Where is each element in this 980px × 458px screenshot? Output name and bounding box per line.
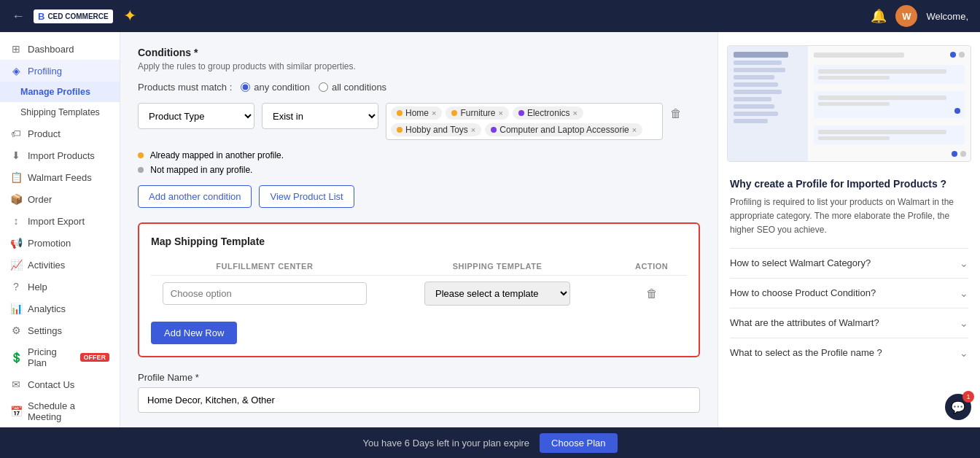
import-icon: ⬇: [10, 150, 22, 161]
shipping-template-select[interactable]: Please select a template: [424, 282, 570, 306]
tag-close-hobby[interactable]: ×: [471, 125, 475, 134]
tag-close-furniture[interactable]: ×: [498, 109, 502, 117]
shipping-row: Please select a template 🗑: [151, 276, 687, 312]
contact-icon: ✉: [10, 379, 22, 390]
sidebar-label-dashboard: Dashboard: [28, 44, 74, 55]
faq-item-1[interactable]: How to choose Product Condition? ⌄: [730, 278, 968, 308]
condition-select[interactable]: Exist in: [262, 103, 378, 129]
tag-close-electronics[interactable]: ×: [573, 109, 578, 117]
sidebar-item-contact-us[interactable]: ✉ Contact Us: [0, 373, 120, 395]
sidebar-item-import-products[interactable]: ⬇ Import Products: [0, 144, 120, 166]
sidebar-label-activities: Activities: [28, 260, 65, 271]
sidebar-label-pricing: Pricing Plan: [28, 346, 71, 368]
sidebar-label-settings: Settings: [28, 325, 62, 336]
settings-icon: ⚙: [10, 325, 22, 336]
activities-icon: 📈: [10, 259, 22, 271]
help-icon: ?: [10, 281, 22, 292]
logo-text: CED COMMERCE: [47, 12, 108, 20]
sidebar-label-import: Import Products: [28, 150, 95, 161]
preview-thumbnail: [727, 45, 971, 162]
all-conditions-radio[interactable]: [319, 82, 328, 92]
bell-icon[interactable]: 🔔: [871, 8, 887, 24]
sidebar-item-walmart-feeds[interactable]: 📋 Walmart Feeds: [0, 166, 120, 188]
fulfillment-input[interactable]: [163, 282, 367, 305]
status-dot-gray: [138, 167, 144, 173]
tag-close-computer[interactable]: ×: [632, 125, 637, 134]
mapped-status: Already mapped in another profile. Not m…: [138, 150, 700, 175]
col-action: ACTION: [616, 257, 687, 276]
any-condition-label[interactable]: any condition: [241, 82, 310, 93]
sidebar: ⊞ Dashboard ◈ Profiling Manage Profiles …: [0, 32, 120, 427]
sidebar-item-schedule-meeting[interactable]: 📅 Schedule a Meeting: [0, 395, 120, 427]
any-condition-radio[interactable]: [241, 82, 250, 92]
sidebar-item-activities[interactable]: 📈 Activities: [0, 254, 120, 276]
feeds-icon: 📋: [10, 171, 22, 183]
tag-dot-furniture: [451, 110, 457, 116]
shipping-template-section: Map Shipping Template FULFILLMENT CENTER…: [138, 222, 700, 357]
view-product-button[interactable]: View Product List: [259, 185, 354, 208]
shipping-template-title: Map Shipping Template: [151, 236, 687, 247]
sidebar-label-product: Product: [28, 128, 61, 139]
add-row-button[interactable]: Add New Row: [151, 322, 237, 344]
sidebar-item-shipping-templates[interactable]: Shipping Templates: [0, 102, 120, 123]
tags-box: Home × Furniture × Electronics ×: [386, 103, 663, 140]
sidebar-item-product[interactable]: 🏷 Product: [0, 123, 120, 144]
sidebar-label-contact: Contact Us: [28, 379, 74, 390]
faq-question-3: What to select as the Profile name ?: [730, 347, 882, 358]
welcome-text: Welcome,: [926, 11, 968, 22]
fulfillment-cell: [151, 276, 378, 312]
faq-intro-text: Profiling is required to list your produ…: [730, 195, 968, 238]
add-condition-button[interactable]: Add another condition: [138, 185, 252, 208]
faq-item-3[interactable]: What to select as the Profile name ? ⌄: [730, 338, 968, 368]
match-row: Products must match : any condition all …: [138, 82, 700, 93]
sidebar-item-settings[interactable]: ⚙ Settings: [0, 319, 120, 341]
product-type-select[interactable]: Product Type: [138, 103, 254, 129]
tag-label-home: Home: [405, 108, 429, 118]
walmart-star-icon: ✦: [123, 7, 136, 26]
profiling-icon: ◈: [10, 65, 22, 77]
delete-row-button[interactable]: 🗑: [646, 287, 658, 300]
sidebar-item-manage-profiles[interactable]: Manage Profiles: [0, 82, 120, 102]
sidebar-item-analytics[interactable]: 📊 Analytics: [0, 298, 120, 319]
tag-electronics: Electronics ×: [513, 106, 583, 120]
schedule-icon: 📅: [10, 405, 22, 417]
faq-item-2[interactable]: What are the attributes of Walmart? ⌄: [730, 308, 968, 338]
shipping-table: FULFILLMENT CENTER SHIPPING TEMPLATE ACT…: [151, 257, 687, 311]
sidebar-item-promotion[interactable]: 📢 Promotion: [0, 232, 120, 254]
conditions-section: Conditions * Apply the rules to group pr…: [138, 47, 700, 208]
sidebar-label-analytics: Analytics: [28, 303, 66, 314]
chat-bubble[interactable]: 💬 1: [945, 394, 971, 420]
sidebar-item-dashboard[interactable]: ⊞ Dashboard: [0, 38, 120, 60]
back-button[interactable]: ←: [12, 9, 25, 24]
faq-section: Why create a Profile for Imported Produc…: [718, 171, 980, 368]
match-label: Products must match :: [138, 82, 232, 93]
profile-name-input[interactable]: [138, 387, 700, 413]
tag-dot-computer: [491, 127, 497, 133]
sidebar-item-import-export[interactable]: ↕ Import Export: [0, 210, 120, 232]
status-mapped: Already mapped in another profile.: [138, 150, 700, 160]
bottom-bar-text: You have 6 Days left in your plan expire: [362, 438, 529, 449]
sidebar-label-schedule: Schedule a Meeting: [28, 400, 109, 422]
faq-question-1: How to choose Product Condition?: [730, 287, 876, 298]
tag-close-home[interactable]: ×: [432, 109, 436, 117]
sidebar-item-profiling[interactable]: ◈ Profiling: [0, 60, 120, 82]
status-dot-yellow: [138, 152, 144, 158]
faq-chevron-3: ⌄: [960, 347, 968, 359]
sidebar-item-pricing-plan[interactable]: 💲 Pricing Plan OFFER: [0, 341, 120, 373]
tag-hobby: Hobby and Toys ×: [391, 123, 481, 136]
all-conditions-label[interactable]: all conditions: [319, 82, 386, 93]
faq-item-0[interactable]: How to select Walmart Category? ⌄: [730, 248, 968, 278]
faq-chevron-1: ⌄: [960, 287, 968, 299]
pricing-icon: 💲: [10, 352, 22, 363]
sidebar-item-order[interactable]: 📦 Order: [0, 188, 120, 210]
profile-name-section: Profile Name *: [138, 372, 700, 413]
sidebar-item-help[interactable]: ? Help: [0, 276, 120, 298]
all-conditions-text: all conditions: [332, 82, 386, 93]
tag-label-hobby: Hobby and Toys: [405, 125, 468, 135]
shipping-template-cell: Please select a template: [378, 276, 617, 312]
analytics-icon: 📊: [10, 303, 22, 314]
import-export-icon: ↕: [10, 215, 22, 227]
choose-plan-button[interactable]: Choose Plan: [540, 433, 617, 453]
delete-condition-button[interactable]: 🗑: [670, 107, 682, 120]
chat-badge: 1: [962, 391, 974, 403]
